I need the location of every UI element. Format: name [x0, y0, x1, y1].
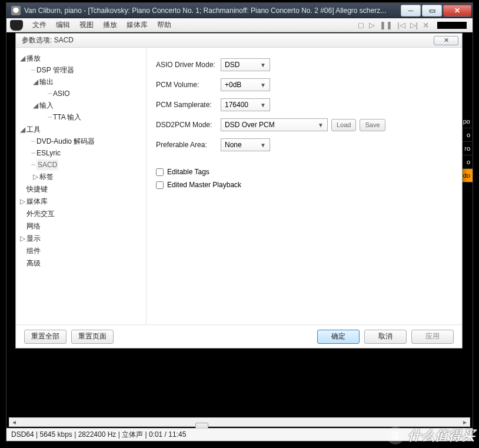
tree-node-tags[interactable]: ▷标签: [31, 171, 144, 182]
menu-file[interactable]: 文件: [28, 18, 51, 32]
reset-all-button[interactable]: 重置全部: [24, 330, 66, 344]
scroll-left-icon[interactable]: ◂: [9, 418, 19, 426]
window-title: Van Cliburn, piano - [Tchaikovsky: Piano…: [24, 6, 401, 15]
playback-controls: ◻ ▷ ❚❚ |◁ ▷| ⤨: [358, 21, 469, 29]
tree-node-advanced[interactable]: 高级: [18, 257, 144, 269]
horizontal-scrollbar[interactable]: ◂ ▸: [9, 417, 470, 427]
watermark: 值 什么值得买: [387, 427, 475, 444]
app-icon: [11, 6, 21, 15]
play-icon[interactable]: ▷: [369, 21, 375, 29]
chevron-down-icon: ▼: [259, 62, 267, 68]
tree-node-display[interactable]: ▷显示: [18, 233, 144, 244]
stop-icon[interactable]: ◻: [358, 21, 364, 29]
maximize-button[interactable]: ▭: [422, 5, 442, 16]
menu-play[interactable]: 播放: [98, 18, 122, 32]
menu-library[interactable]: 媒体库: [122, 18, 152, 32]
next-icon[interactable]: ▷|: [410, 21, 418, 29]
tree-node-components[interactable]: 组件: [18, 245, 144, 257]
menubar: 文件 编辑 视图 播放 媒体库 帮助 ◻ ▷ ❚❚ |◁ ▷| ⤨: [6, 18, 473, 32]
preferences-tree[interactable]: ◢播放 ┈DSP 管理器 ◢输出 ┈ASIO ◢输入 ┈TTA 输入 ◢工具: [16, 48, 147, 324]
pause-icon[interactable]: ❚❚: [380, 21, 392, 29]
minimize-button[interactable]: ─: [401, 5, 421, 16]
pcm-volume-select[interactable]: +0dB▼: [221, 78, 270, 91]
tree-node-shell[interactable]: 外壳交互: [18, 208, 144, 220]
titlebar[interactable]: Van Cliburn, piano - [Tchaikovsky: Piano…: [6, 3, 473, 18]
tree-node-shortcuts[interactable]: 快捷键: [18, 183, 144, 195]
asio-mode-select[interactable]: DSD▼: [221, 58, 270, 71]
tree-node-tta[interactable]: ┈TTA 输入: [48, 111, 144, 123]
foobar-logo-icon: [10, 20, 23, 31]
prev-icon[interactable]: |◁: [397, 21, 405, 29]
dialog-footer: 重置全部 重置页面 确定 取消 应用: [16, 324, 462, 348]
chevron-down-icon: ▼: [317, 122, 325, 128]
tree-node-network[interactable]: 网络: [18, 220, 144, 232]
apply-button[interactable]: 应用: [411, 330, 454, 344]
tree-node-sacd[interactable]: ┈SACD: [31, 159, 144, 171]
tree-node-dsp[interactable]: ┈DSP 管理器: [31, 64, 144, 76]
menu-help[interactable]: 帮助: [152, 18, 176, 32]
tree-node-library[interactable]: ▷媒体库: [18, 195, 144, 207]
tree-node-dvdaudio[interactable]: ┈DVD-Audio 解码器: [31, 135, 144, 147]
tree-node-asio[interactable]: ┈ASIO: [48, 88, 144, 99]
save-button[interactable]: Save: [360, 119, 385, 131]
tree-node-playback[interactable]: ◢播放: [18, 52, 144, 64]
status-text: DSD64 | 5645 kbps | 2822400 Hz | 立体声 | 0…: [11, 430, 186, 440]
preferable-area-select[interactable]: None▼: [221, 138, 270, 151]
pcm-samplerate-select[interactable]: 176400▼: [221, 98, 270, 111]
edited-master-checkbox[interactable]: [156, 181, 164, 189]
watermark-text: 什么值得买: [408, 427, 475, 444]
dialog-close-button[interactable]: ✕: [434, 36, 458, 45]
pcm-volume-label: PCM Volume:: [156, 81, 221, 89]
editable-tags-checkbox[interactable]: [156, 168, 164, 176]
dialog-titlebar[interactable]: 参数选项: SACD ✕: [16, 34, 462, 48]
settings-panel: ASIO Driver Mode: DSD▼ PCM Volume: +0dB▼…: [147, 48, 462, 324]
tree-node-tools[interactable]: ◢工具: [18, 124, 144, 135]
reset-page-button[interactable]: 重置页面: [71, 330, 114, 344]
load-button[interactable]: Load: [331, 119, 356, 131]
watermark-badge-icon: 值: [387, 427, 404, 444]
close-button[interactable]: ✕: [443, 5, 471, 16]
editable-tags-label: Editable Tags: [167, 168, 209, 176]
tree-node-output[interactable]: ◢输出: [31, 76, 144, 88]
chevron-down-icon: ▼: [259, 102, 267, 108]
chevron-down-icon: ▼: [259, 82, 267, 88]
chevron-down-icon: ▼: [259, 142, 267, 148]
dsd2pcm-mode-label: DSD2PCM Mode:: [156, 121, 221, 129]
asio-mode-label: ASIO Driver Mode:: [156, 61, 221, 69]
ok-button[interactable]: 确定: [317, 330, 360, 344]
scroll-right-icon[interactable]: ▸: [460, 418, 470, 426]
edited-master-label: Edited Master Playback: [167, 181, 241, 189]
preferences-dialog: 参数选项: SACD ✕ ◢播放 ┈DSP 管理器 ◢输出 ┈ASIO ◢输入 …: [15, 33, 463, 349]
tree-node-eslyric[interactable]: ┈ESLyric: [31, 147, 144, 159]
cancel-button[interactable]: 取消: [364, 330, 407, 344]
dsd2pcm-mode-select[interactable]: DSD Over PCM▼: [221, 118, 328, 131]
seekbar[interactable]: [437, 22, 467, 29]
random-icon[interactable]: ⤨: [423, 21, 429, 29]
pcm-samplerate-label: PCM Samplerate:: [156, 101, 221, 109]
menu-edit[interactable]: 编辑: [51, 18, 75, 32]
dialog-title: 参数选项: SACD: [22, 35, 74, 45]
tree-node-input[interactable]: ◢输入: [31, 99, 144, 111]
menu-view[interactable]: 视图: [75, 18, 98, 32]
preferable-area-label: Preferable Area:: [156, 141, 221, 149]
